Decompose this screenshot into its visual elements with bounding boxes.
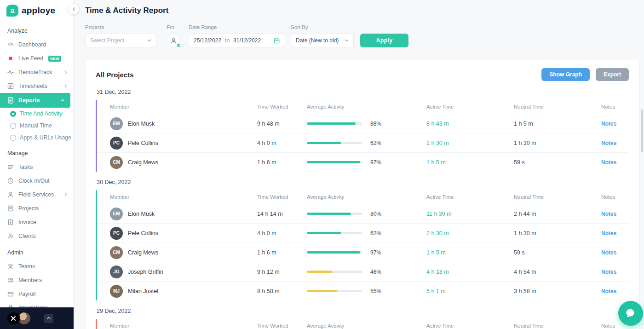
sidebar-subitem-label: Time And Activity [20, 110, 62, 117]
sidebar-item-label: Reports [18, 97, 40, 104]
workspace-avatar[interactable] [6, 312, 20, 325]
project-select[interactable]: Select Project [85, 34, 156, 47]
sidebar-item-payroll[interactable]: Payroll [0, 287, 73, 301]
neutral-time: 3 h 58 m [514, 288, 601, 294]
sidebar-item-members[interactable]: Members [0, 273, 73, 287]
sidebar-item-clients[interactable]: Clients [0, 229, 73, 243]
apply-button[interactable]: Apply [360, 34, 408, 47]
sort-by-select[interactable]: Date (New to old) [291, 34, 354, 47]
sort-by-filter: Sort By Date (New to old) [291, 24, 360, 47]
column-header: Time Worked [257, 194, 307, 200]
sidebar-item-live-feed[interactable]: Live Feed NEW [0, 52, 73, 65]
sidebar-item-teams[interactable]: Teams [0, 260, 73, 273]
payroll-icon [7, 290, 14, 298]
sort-by-label: Sort By [291, 24, 360, 30]
date-range-label: Date Range [189, 24, 285, 30]
check-badge-icon [176, 43, 181, 48]
group-date: 29 Dec, 2022 [97, 308, 629, 314]
active-time: 8 h 43 m [426, 121, 514, 127]
sidebar-item-projects[interactable]: Projects [0, 202, 73, 215]
table-header-row: Member Time Worked Average Activity Acti… [97, 190, 629, 204]
member-name: Milan Justel [128, 288, 158, 294]
sidebar-subitem-time-and-activity[interactable]: Time And Activity [0, 108, 73, 120]
sidebar-item-label: Clock In/Out [18, 178, 50, 184]
activity-bar [307, 251, 362, 254]
sidebar-subitem-manual-time[interactable]: Manual Time [0, 120, 73, 132]
activity-bar [307, 161, 362, 163]
column-header: Member [110, 104, 257, 110]
table-row: MJ Milan Justel 8 h 58 m 55% 5 h 1 m 3 h… [97, 281, 629, 300]
sidebar-item-label: Payroll [18, 291, 36, 297]
neutral-time: 59 s [514, 249, 601, 256]
sidebar-item-invoice[interactable]: Invoice [0, 215, 73, 229]
activity-bar-fill [307, 161, 360, 163]
sidebar-subitem-apps-urls-usage[interactable]: Apps & URLs Usage [0, 132, 73, 144]
sidebar-item-label: Members [18, 277, 42, 283]
time-worked: 9 h 48 m [257, 121, 307, 127]
member-avatar: JG [110, 266, 123, 278]
member-filter-button[interactable] [167, 34, 180, 47]
sidebar-item-label: Tasks [18, 164, 33, 170]
notes-link[interactable]: Notes [601, 249, 616, 256]
sidebar-item-remotetrack[interactable]: RemoteTrack [0, 65, 73, 79]
show-graph-button[interactable]: Show Graph [541, 68, 590, 81]
reports-icon [7, 97, 14, 104]
date-range-filter: Date Range 25/12/2022 to 31/12/2022 [189, 24, 285, 47]
activity-bar-fill [307, 271, 332, 273]
apploye-logo[interactable]: a apploye [0, 0, 73, 21]
table-row: CM Craig Mews 1 h 6 m 97% 1 h 5 m 59 s N… [97, 152, 629, 172]
column-header: Member [110, 323, 257, 329]
activity-percent: 62% [370, 230, 381, 237]
calendar-icon[interactable] [273, 37, 280, 44]
sidebar-item-label: Dashboard [18, 41, 46, 48]
group-date: 30 Dec, 2022 [97, 179, 629, 185]
sidebar-item-tasks[interactable]: Tasks [0, 160, 73, 174]
activity-percent: 55% [370, 288, 381, 294]
active-time: 2 h 30 m [426, 230, 514, 237]
scrollbar[interactable] [641, 110, 643, 152]
date-range-input[interactable]: 25/12/2022 to 31/12/2022 [189, 34, 285, 47]
notes-link[interactable]: Notes [601, 269, 616, 275]
projects-icon [7, 205, 14, 212]
active-time: 5 h 1 m [426, 288, 514, 294]
sidebar-item-field-services[interactable]: Field Services [0, 188, 73, 202]
table-row: PC Pele Collins 4 h 0 m 62% 2 h 30 m 1 h… [97, 223, 629, 242]
time-worked: 4 h 0 m [257, 140, 307, 146]
date-from-value[interactable]: 25/12/2022 [194, 37, 221, 44]
activity-percent: 46% [370, 269, 381, 275]
sidebar-collapse-button[interactable] [69, 4, 79, 14]
column-header: Average Activity [307, 323, 426, 329]
chat-button[interactable] [618, 301, 643, 326]
chat-bubble-icon [625, 307, 637, 319]
section-label-manage: Manage [0, 144, 73, 160]
notes-link[interactable]: Notes [601, 211, 616, 217]
report-card-header: All Projects Show Graph Export [86, 59, 639, 88]
column-header: Active Time [426, 323, 514, 329]
chevron-up-icon[interactable] [44, 314, 53, 323]
column-header: Member [110, 194, 257, 200]
notes-link[interactable]: Notes [601, 288, 616, 294]
notes-link[interactable]: Notes [601, 230, 616, 237]
time-worked: 1 h 6 m [257, 249, 307, 256]
neutral-time: 1 h 30 m [514, 230, 601, 237]
notes-link[interactable]: Notes [601, 121, 616, 127]
column-header: Notes [601, 104, 629, 110]
export-button[interactable]: Export [596, 68, 629, 81]
sidebar-item-dashboard[interactable]: Dashboard [0, 38, 73, 52]
report-card: All Projects Show Graph Export 31 Dec, 2… [85, 59, 639, 329]
notes-link[interactable]: Notes [601, 159, 616, 166]
notes-link[interactable]: Notes [601, 140, 616, 146]
member-name: Pele Collins [128, 230, 158, 237]
sidebar-item-timesheets[interactable]: Timesheets [0, 79, 73, 93]
report-title: All Projects [96, 71, 134, 79]
sidebar-item-reports[interactable]: Reports [0, 93, 70, 108]
tasks-icon [7, 163, 14, 171]
date-to-value[interactable]: 31/12/2022 [233, 37, 261, 44]
table-header-row: Member Time Worked Average Activity Acti… [97, 319, 629, 329]
time-and-activity-icon [10, 111, 16, 117]
activity-bar-fill [307, 142, 341, 144]
new-badge: NEW [48, 56, 61, 62]
sidebar-item-clock-in-out[interactable]: Clock In/Out [0, 174, 73, 188]
projects-label: Projects [85, 24, 156, 30]
column-header: Neutral Time [514, 104, 601, 110]
